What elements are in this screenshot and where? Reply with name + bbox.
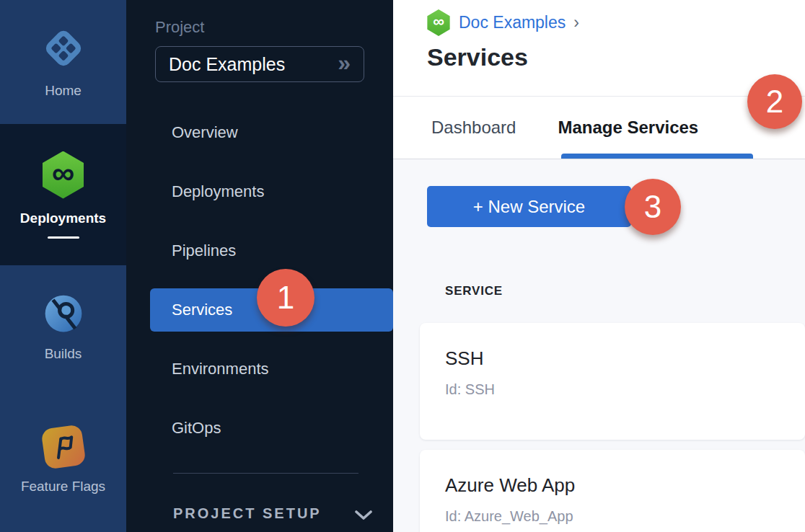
tab-manage-services[interactable]: Manage Services [558, 118, 698, 138]
callout-badge-1: 1 [257, 269, 314, 327]
project-name: Doc Examples [169, 54, 338, 75]
rail-item-deployments[interactable]: ∞ Deployments [0, 124, 126, 265]
infinity-glyph: ∞ [433, 14, 444, 30]
nav-item-deployments[interactable]: Deployments [126, 162, 393, 221]
page-header: ∞ Doc Examples › Services [393, 0, 805, 96]
nav-item-environments[interactable]: Environments [126, 340, 393, 399]
page-title: Services [427, 43, 805, 71]
service-column-header: SERVICE [445, 284, 805, 298]
rail-item-builds[interactable]: Builds [0, 265, 126, 389]
rail-label-feature-flags: Feature Flags [21, 479, 105, 495]
service-card-ssh[interactable]: SSH Id: SSH [420, 323, 805, 440]
double-chevron-icon: » [338, 51, 351, 74]
home-icon [40, 25, 87, 71]
service-name: Azure Web App [445, 474, 805, 497]
service-id: Id: SSH [445, 381, 805, 398]
project-setup-section[interactable]: PROJECT SETUP [126, 505, 393, 522]
main-content: ∞ Doc Examples › Services Dashboard Mana… [393, 0, 805, 532]
project-selector[interactable]: Doc Examples » [155, 46, 364, 82]
breadcrumb: ∞ Doc Examples › [426, 9, 805, 36]
callout-badge-2: 2 [747, 74, 802, 129]
chevron-down-icon [354, 510, 373, 520]
rail-label-builds: Builds [45, 346, 82, 362]
feature-flags-icon [40, 424, 86, 469]
manage-services-panel: + New Service SERVICE SSH Id: SSH Azure … [393, 159, 805, 532]
service-id: Id: Azure_Web_App [445, 508, 805, 525]
new-service-button[interactable]: + New Service [427, 186, 631, 227]
service-card-azure-web-app[interactable]: Azure Web App Id: Azure_Web_App [420, 450, 805, 532]
service-name: SSH [445, 347, 805, 370]
infinity-glyph: ∞ [52, 157, 74, 189]
breadcrumb-chevron-icon: › [573, 13, 579, 32]
module-rail: Home ∞ Deployments Builds [0, 0, 126, 532]
active-module-indicator [48, 236, 79, 239]
nav-item-pipelines[interactable]: Pipelines [126, 221, 393, 280]
harness-app-window: Home ∞ Deployments Builds [0, 0, 805, 532]
rail-label-deployments: Deployments [20, 210, 106, 226]
project-sidebar: Project Doc Examples » Overview Deployme… [126, 0, 393, 532]
builds-icon [43, 293, 84, 334]
nav-item-overview[interactable]: Overview [126, 103, 393, 162]
rail-item-home[interactable]: Home [0, 0, 126, 124]
project-setup-label: PROJECT SETUP [173, 505, 322, 522]
tab-dashboard[interactable]: Dashboard [431, 118, 516, 138]
sidebar-divider [173, 473, 358, 474]
breadcrumb-project-link[interactable]: Doc Examples [459, 13, 566, 32]
nav-item-gitops[interactable]: GitOps [126, 399, 393, 458]
deployments-module-icon: ∞ [426, 9, 451, 36]
active-tab-indicator [561, 154, 753, 159]
rail-label-home: Home [45, 83, 82, 99]
callout-badge-3: 3 [625, 179, 681, 235]
project-nav: Overview Deployments Pipelines Services … [126, 103, 393, 458]
project-label: Project [155, 18, 393, 37]
rail-item-feature-flags[interactable]: Feature Flags [0, 389, 126, 532]
tab-bar: Dashboard Manage Services [393, 96, 805, 159]
deployments-icon: ∞ [41, 151, 86, 199]
